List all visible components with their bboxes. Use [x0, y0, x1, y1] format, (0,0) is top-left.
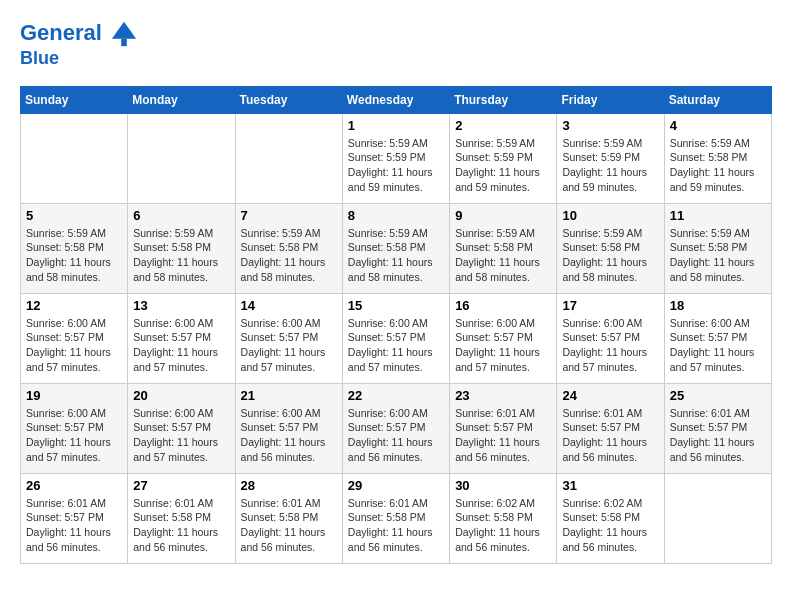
calendar-cell [235, 113, 342, 203]
day-number: 9 [455, 208, 551, 223]
day-info: Sunrise: 6:00 AMSunset: 5:57 PMDaylight:… [455, 316, 551, 375]
calendar-cell: 27Sunrise: 6:01 AMSunset: 5:58 PMDayligh… [128, 473, 235, 563]
day-info: Sunrise: 6:00 AMSunset: 5:57 PMDaylight:… [26, 406, 122, 465]
day-number: 20 [133, 388, 229, 403]
day-info: Sunrise: 5:59 AMSunset: 5:59 PMDaylight:… [562, 136, 658, 195]
day-number: 26 [26, 478, 122, 493]
calendar-cell: 12Sunrise: 6:00 AMSunset: 5:57 PMDayligh… [21, 293, 128, 383]
day-info: Sunrise: 6:01 AMSunset: 5:57 PMDaylight:… [455, 406, 551, 465]
day-info: Sunrise: 6:02 AMSunset: 5:58 PMDaylight:… [455, 496, 551, 555]
calendar-cell: 22Sunrise: 6:00 AMSunset: 5:57 PMDayligh… [342, 383, 449, 473]
logo-text: General [20, 20, 138, 48]
weekday-header-saturday: Saturday [664, 86, 771, 113]
weekday-header-friday: Friday [557, 86, 664, 113]
day-number: 23 [455, 388, 551, 403]
day-number: 22 [348, 388, 444, 403]
day-number: 30 [455, 478, 551, 493]
svg-rect-1 [121, 39, 127, 46]
day-number: 19 [26, 388, 122, 403]
calendar-cell: 30Sunrise: 6:02 AMSunset: 5:58 PMDayligh… [450, 473, 557, 563]
calendar-cell: 15Sunrise: 6:00 AMSunset: 5:57 PMDayligh… [342, 293, 449, 383]
calendar-cell: 17Sunrise: 6:00 AMSunset: 5:57 PMDayligh… [557, 293, 664, 383]
day-number: 13 [133, 298, 229, 313]
day-info: Sunrise: 6:00 AMSunset: 5:57 PMDaylight:… [348, 406, 444, 465]
calendar-cell: 26Sunrise: 6:01 AMSunset: 5:57 PMDayligh… [21, 473, 128, 563]
day-number: 8 [348, 208, 444, 223]
day-number: 7 [241, 208, 337, 223]
calendar-cell: 20Sunrise: 6:00 AMSunset: 5:57 PMDayligh… [128, 383, 235, 473]
day-info: Sunrise: 6:01 AMSunset: 5:57 PMDaylight:… [26, 496, 122, 555]
day-info: Sunrise: 6:00 AMSunset: 5:57 PMDaylight:… [133, 406, 229, 465]
calendar-cell: 24Sunrise: 6:01 AMSunset: 5:57 PMDayligh… [557, 383, 664, 473]
calendar-cell: 6Sunrise: 5:59 AMSunset: 5:58 PMDaylight… [128, 203, 235, 293]
calendar-cell: 5Sunrise: 5:59 AMSunset: 5:58 PMDaylight… [21, 203, 128, 293]
calendar-cell [21, 113, 128, 203]
calendar-table: SundayMondayTuesdayWednesdayThursdayFrid… [20, 86, 772, 564]
calendar-cell: 9Sunrise: 5:59 AMSunset: 5:58 PMDaylight… [450, 203, 557, 293]
day-number: 31 [562, 478, 658, 493]
day-info: Sunrise: 5:59 AMSunset: 5:59 PMDaylight:… [348, 136, 444, 195]
day-number: 3 [562, 118, 658, 133]
svg-marker-0 [112, 22, 136, 39]
day-info: Sunrise: 5:59 AMSunset: 5:58 PMDaylight:… [670, 136, 766, 195]
weekday-header-tuesday: Tuesday [235, 86, 342, 113]
day-number: 15 [348, 298, 444, 313]
day-info: Sunrise: 6:01 AMSunset: 5:58 PMDaylight:… [241, 496, 337, 555]
day-number: 2 [455, 118, 551, 133]
day-info: Sunrise: 6:00 AMSunset: 5:57 PMDaylight:… [241, 316, 337, 375]
day-number: 10 [562, 208, 658, 223]
day-info: Sunrise: 6:00 AMSunset: 5:57 PMDaylight:… [348, 316, 444, 375]
calendar-cell: 8Sunrise: 5:59 AMSunset: 5:58 PMDaylight… [342, 203, 449, 293]
calendar-cell: 31Sunrise: 6:02 AMSunset: 5:58 PMDayligh… [557, 473, 664, 563]
calendar-cell: 10Sunrise: 5:59 AMSunset: 5:58 PMDayligh… [557, 203, 664, 293]
calendar-cell: 23Sunrise: 6:01 AMSunset: 5:57 PMDayligh… [450, 383, 557, 473]
calendar-cell: 16Sunrise: 6:00 AMSunset: 5:57 PMDayligh… [450, 293, 557, 383]
calendar-cell: 21Sunrise: 6:00 AMSunset: 5:57 PMDayligh… [235, 383, 342, 473]
weekday-header-sunday: Sunday [21, 86, 128, 113]
calendar-cell: 7Sunrise: 5:59 AMSunset: 5:58 PMDaylight… [235, 203, 342, 293]
calendar-cell: 11Sunrise: 5:59 AMSunset: 5:58 PMDayligh… [664, 203, 771, 293]
day-number: 27 [133, 478, 229, 493]
day-number: 11 [670, 208, 766, 223]
day-info: Sunrise: 5:59 AMSunset: 5:58 PMDaylight:… [455, 226, 551, 285]
calendar-cell [128, 113, 235, 203]
calendar-cell: 3Sunrise: 5:59 AMSunset: 5:59 PMDaylight… [557, 113, 664, 203]
day-number: 17 [562, 298, 658, 313]
day-number: 5 [26, 208, 122, 223]
calendar-cell [664, 473, 771, 563]
calendar-cell: 4Sunrise: 5:59 AMSunset: 5:58 PMDaylight… [664, 113, 771, 203]
day-info: Sunrise: 6:01 AMSunset: 5:57 PMDaylight:… [562, 406, 658, 465]
calendar-cell: 2Sunrise: 5:59 AMSunset: 5:59 PMDaylight… [450, 113, 557, 203]
day-number: 28 [241, 478, 337, 493]
calendar-cell: 13Sunrise: 6:00 AMSunset: 5:57 PMDayligh… [128, 293, 235, 383]
day-info: Sunrise: 5:59 AMSunset: 5:58 PMDaylight:… [133, 226, 229, 285]
day-info: Sunrise: 6:00 AMSunset: 5:57 PMDaylight:… [133, 316, 229, 375]
calendar-cell: 25Sunrise: 6:01 AMSunset: 5:57 PMDayligh… [664, 383, 771, 473]
day-info: Sunrise: 6:00 AMSunset: 5:57 PMDaylight:… [670, 316, 766, 375]
day-number: 12 [26, 298, 122, 313]
day-info: Sunrise: 6:01 AMSunset: 5:57 PMDaylight:… [670, 406, 766, 465]
day-info: Sunrise: 5:59 AMSunset: 5:59 PMDaylight:… [455, 136, 551, 195]
day-info: Sunrise: 6:01 AMSunset: 5:58 PMDaylight:… [133, 496, 229, 555]
day-number: 6 [133, 208, 229, 223]
day-info: Sunrise: 6:02 AMSunset: 5:58 PMDaylight:… [562, 496, 658, 555]
calendar-cell: 14Sunrise: 6:00 AMSunset: 5:57 PMDayligh… [235, 293, 342, 383]
day-number: 4 [670, 118, 766, 133]
weekday-header-wednesday: Wednesday [342, 86, 449, 113]
day-number: 29 [348, 478, 444, 493]
day-info: Sunrise: 6:00 AMSunset: 5:57 PMDaylight:… [562, 316, 658, 375]
weekday-header-monday: Monday [128, 86, 235, 113]
calendar-cell: 29Sunrise: 6:01 AMSunset: 5:58 PMDayligh… [342, 473, 449, 563]
day-info: Sunrise: 6:00 AMSunset: 5:57 PMDaylight:… [241, 406, 337, 465]
day-info: Sunrise: 5:59 AMSunset: 5:58 PMDaylight:… [26, 226, 122, 285]
day-info: Sunrise: 5:59 AMSunset: 5:58 PMDaylight:… [241, 226, 337, 285]
logo: General Blue [20, 20, 138, 70]
day-number: 21 [241, 388, 337, 403]
day-info: Sunrise: 6:01 AMSunset: 5:58 PMDaylight:… [348, 496, 444, 555]
day-info: Sunrise: 5:59 AMSunset: 5:58 PMDaylight:… [562, 226, 658, 285]
logo-blue-text: Blue [20, 48, 138, 70]
day-info: Sunrise: 5:59 AMSunset: 5:58 PMDaylight:… [348, 226, 444, 285]
page-header: General Blue [20, 20, 772, 70]
day-number: 1 [348, 118, 444, 133]
calendar-cell: 1Sunrise: 5:59 AMSunset: 5:59 PMDaylight… [342, 113, 449, 203]
